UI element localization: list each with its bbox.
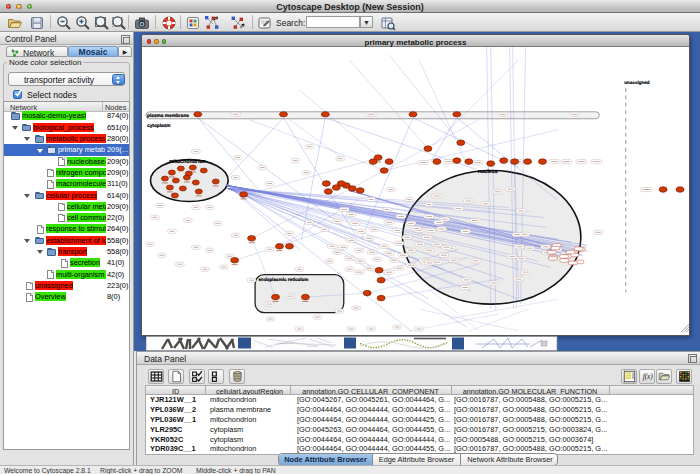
svg-text:plasma membrane: plasma membrane [147, 113, 189, 118]
svg-text:endoplasmic reticulum: endoplasmic reticulum [259, 277, 309, 282]
svg-text:mitochondrion: mitochondrion [169, 159, 206, 165]
svg-text:nucleus: nucleus [478, 169, 498, 175]
svg-text:cytoplasm: cytoplasm [147, 123, 171, 128]
svg-text:unassigned: unassigned [624, 80, 649, 85]
